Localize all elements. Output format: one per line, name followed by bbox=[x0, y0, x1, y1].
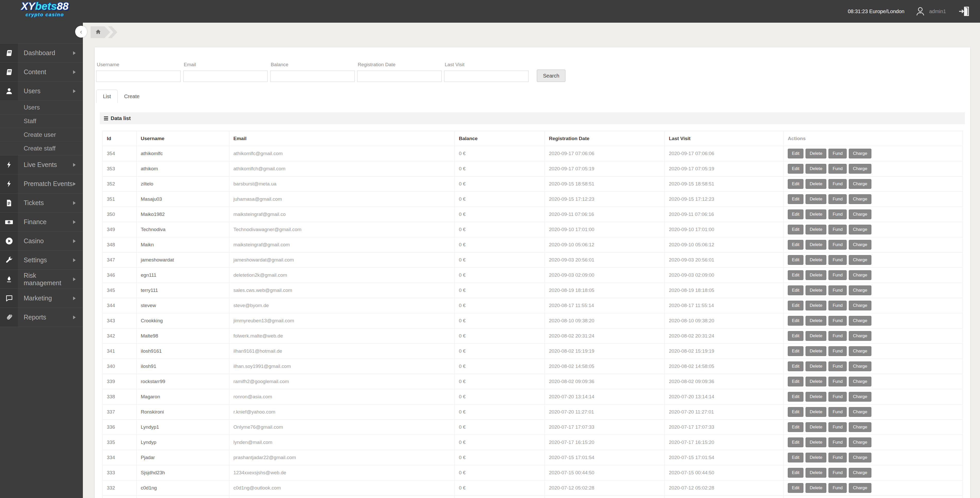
delete-button[interactable]: Delete bbox=[805, 331, 826, 341]
delete-button[interactable]: Delete bbox=[805, 225, 826, 235]
edit-button[interactable]: Edit bbox=[788, 437, 803, 447]
fund-button[interactable]: Fund bbox=[829, 361, 847, 371]
edit-button[interactable]: Edit bbox=[788, 407, 803, 417]
charge-button[interactable]: Charge bbox=[849, 270, 872, 280]
balance-input[interactable] bbox=[270, 70, 355, 82]
charge-button[interactable]: Charge bbox=[849, 483, 872, 493]
delete-button[interactable]: Delete bbox=[805, 392, 826, 402]
fund-button[interactable]: Fund bbox=[829, 316, 847, 326]
delete-button[interactable]: Delete bbox=[805, 422, 826, 432]
fund-button[interactable]: Fund bbox=[829, 422, 847, 432]
fund-button[interactable]: Fund bbox=[829, 437, 847, 447]
charge-button[interactable]: Charge bbox=[849, 286, 872, 295]
edit-button[interactable]: Edit bbox=[788, 225, 803, 235]
edit-button[interactable]: Edit bbox=[788, 164, 803, 174]
fund-button[interactable]: Fund bbox=[829, 453, 847, 463]
edit-button[interactable]: Edit bbox=[788, 468, 803, 478]
sidebar-item-casino[interactable]: Casino bbox=[0, 231, 83, 251]
edit-button[interactable]: Edit bbox=[788, 346, 803, 356]
logout-icon[interactable] bbox=[958, 5, 970, 17]
edit-button[interactable]: Edit bbox=[788, 148, 803, 158]
edit-button[interactable]: Edit bbox=[788, 453, 803, 463]
fund-button[interactable]: Fund bbox=[829, 392, 847, 402]
fund-button[interactable]: Fund bbox=[829, 270, 847, 280]
sidebar-item-marketing[interactable]: Marketing bbox=[0, 289, 83, 308]
delete-button[interactable]: Delete bbox=[805, 286, 826, 295]
fund-button[interactable]: Fund bbox=[829, 240, 847, 250]
charge-button[interactable]: Charge bbox=[849, 453, 872, 463]
fund-button[interactable]: Fund bbox=[829, 407, 847, 417]
edit-button[interactable]: Edit bbox=[788, 377, 803, 386]
edit-button[interactable]: Edit bbox=[788, 392, 803, 402]
fund-button[interactable]: Fund bbox=[829, 483, 847, 493]
sidebar-item-settings[interactable]: Settings bbox=[0, 251, 83, 270]
sidebar-item-reports[interactable]: Reports bbox=[0, 308, 83, 327]
delete-button[interactable]: Delete bbox=[805, 255, 826, 265]
charge-button[interactable]: Charge bbox=[849, 316, 872, 326]
delete-button[interactable]: Delete bbox=[805, 240, 826, 250]
charge-button[interactable]: Charge bbox=[849, 240, 872, 250]
tab-create[interactable]: Create bbox=[118, 90, 146, 103]
charge-button[interactable]: Charge bbox=[849, 194, 872, 204]
delete-button[interactable]: Delete bbox=[805, 179, 826, 189]
tab-list[interactable]: List bbox=[96, 89, 118, 103]
charge-button[interactable]: Charge bbox=[849, 164, 872, 174]
edit-button[interactable]: Edit bbox=[788, 255, 803, 265]
edit-button[interactable]: Edit bbox=[788, 179, 803, 189]
charge-button[interactable]: Charge bbox=[849, 361, 872, 371]
fund-button[interactable]: Fund bbox=[829, 468, 847, 478]
charge-button[interactable]: Charge bbox=[849, 225, 872, 235]
delete-button[interactable]: Delete bbox=[805, 301, 826, 310]
fund-button[interactable]: Fund bbox=[829, 286, 847, 295]
edit-button[interactable]: Edit bbox=[788, 270, 803, 280]
charge-button[interactable]: Charge bbox=[849, 468, 872, 478]
edit-button[interactable]: Edit bbox=[788, 286, 803, 295]
fund-button[interactable]: Fund bbox=[829, 331, 847, 341]
edit-button[interactable]: Edit bbox=[788, 331, 803, 341]
charge-button[interactable]: Charge bbox=[849, 392, 872, 402]
delete-button[interactable]: Delete bbox=[805, 346, 826, 356]
charge-button[interactable]: Charge bbox=[849, 437, 872, 447]
sidebar-item-prematch-events[interactable]: Prematch Events bbox=[0, 174, 83, 193]
delete-button[interactable]: Delete bbox=[805, 453, 826, 463]
sidebar-collapse-button[interactable]: ‹ bbox=[75, 26, 87, 38]
sidebar-item-risk-management[interactable]: Risk management bbox=[0, 270, 83, 289]
charge-button[interactable]: Charge bbox=[849, 377, 872, 386]
delete-button[interactable]: Delete bbox=[805, 194, 826, 204]
delete-button[interactable]: Delete bbox=[805, 377, 826, 386]
delete-button[interactable]: Delete bbox=[805, 148, 826, 158]
edit-button[interactable]: Edit bbox=[788, 301, 803, 310]
sidebar-item-tickets[interactable]: Tickets bbox=[0, 193, 83, 212]
fund-button[interactable]: Fund bbox=[829, 225, 847, 235]
fund-button[interactable]: Fund bbox=[829, 194, 847, 204]
sidebar-item-users[interactable]: Users bbox=[0, 81, 83, 101]
charge-button[interactable]: Charge bbox=[849, 209, 872, 219]
charge-button[interactable]: Charge bbox=[849, 148, 872, 158]
charge-button[interactable]: Charge bbox=[849, 179, 872, 189]
fund-button[interactable]: Fund bbox=[829, 255, 847, 265]
fund-button[interactable]: Fund bbox=[829, 301, 847, 310]
charge-button[interactable]: Charge bbox=[849, 422, 872, 432]
delete-button[interactable]: Delete bbox=[805, 209, 826, 219]
edit-button[interactable]: Edit bbox=[788, 422, 803, 432]
fund-button[interactable]: Fund bbox=[829, 179, 847, 189]
sidebar-subitem-create-user[interactable]: Create user bbox=[0, 128, 83, 141]
sidebar-subitem-users[interactable]: Users bbox=[0, 101, 83, 114]
delete-button[interactable]: Delete bbox=[805, 483, 826, 493]
fund-button[interactable]: Fund bbox=[829, 209, 847, 219]
charge-button[interactable]: Charge bbox=[849, 331, 872, 341]
charge-button[interactable]: Charge bbox=[849, 346, 872, 356]
charge-button[interactable]: Charge bbox=[849, 255, 872, 265]
fund-button[interactable]: Fund bbox=[829, 148, 847, 158]
fund-button[interactable]: Fund bbox=[829, 164, 847, 174]
delete-button[interactable]: Delete bbox=[805, 164, 826, 174]
delete-button[interactable]: Delete bbox=[805, 437, 826, 447]
delete-button[interactable]: Delete bbox=[805, 316, 826, 326]
edit-button[interactable]: Edit bbox=[788, 209, 803, 219]
registration-date-input[interactable] bbox=[357, 70, 442, 82]
charge-button[interactable]: Charge bbox=[849, 407, 872, 417]
delete-button[interactable]: Delete bbox=[805, 468, 826, 478]
fund-button[interactable]: Fund bbox=[829, 377, 847, 386]
search-button[interactable]: Search bbox=[537, 70, 565, 82]
breadcrumb-home[interactable] bbox=[91, 26, 110, 38]
